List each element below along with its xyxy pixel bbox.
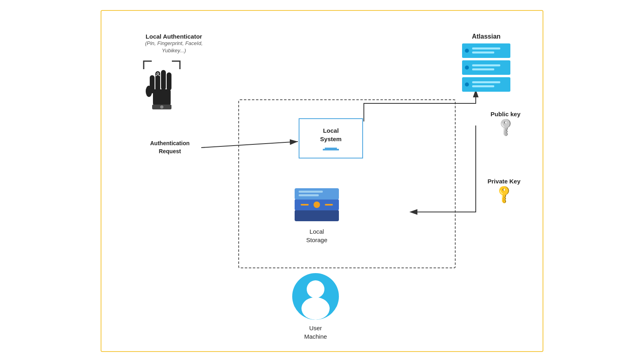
svg-point-10 (160, 105, 163, 109)
svg-point-33 (301, 297, 330, 320)
svg-rect-30 (472, 85, 494, 87)
private-key-area: Private Key 🔑 (487, 178, 520, 202)
svg-point-16 (314, 202, 320, 208)
local-storage-area: LocalStorage (293, 184, 341, 244)
svg-point-24 (465, 66, 469, 70)
svg-rect-13 (295, 188, 339, 200)
local-storage-label: LocalStorage (306, 227, 328, 244)
svg-rect-22 (472, 51, 494, 53)
svg-point-28 (465, 82, 469, 86)
public-key-area: Public key 🔑 (491, 111, 520, 134)
svg-rect-5 (155, 71, 160, 91)
monitor-base (323, 149, 339, 150)
local-system-box: LocalSystem (299, 118, 363, 158)
svg-rect-25 (472, 64, 500, 66)
private-key-icon: 🔑 (493, 183, 515, 205)
svg-rect-14 (299, 191, 323, 193)
svg-rect-26 (472, 68, 494, 70)
svg-rect-23 (462, 60, 510, 75)
svg-rect-7 (167, 72, 171, 90)
svg-rect-18 (325, 204, 333, 206)
svg-rect-19 (462, 43, 510, 58)
svg-rect-15 (299, 194, 319, 196)
atlassian-server-icon (462, 43, 510, 96)
diagram-container: Local Authenticator (Pin, Fingerprint, F… (101, 10, 543, 352)
atlassian-label: Atlassian (472, 33, 500, 40)
svg-rect-17 (301, 204, 309, 206)
public-key-icon: 🔑 (494, 115, 516, 138)
local-authenticator-label: Local Authenticator (Pin, Fingerprint, F… (134, 33, 214, 54)
local-storage-icon (293, 184, 341, 224)
fingerprint-icon (142, 59, 182, 111)
svg-point-20 (465, 49, 469, 53)
svg-point-8 (146, 86, 152, 97)
auth-request-label: AuthenticationRequest (142, 140, 198, 155)
svg-rect-11 (295, 210, 339, 221)
svg-rect-6 (161, 70, 166, 90)
monitor-stand (325, 145, 337, 149)
svg-rect-27 (462, 77, 510, 92)
atlassian-area: Atlassian (462, 33, 510, 96)
svg-point-32 (307, 280, 324, 298)
svg-rect-29 (472, 81, 500, 83)
svg-rect-21 (472, 47, 500, 49)
local-system-label: LocalSystem (320, 126, 341, 143)
user-machine-label: UserMachine (304, 324, 327, 341)
user-machine-area: UserMachine (291, 272, 340, 341)
user-machine-icon (291, 272, 340, 321)
svg-rect-3 (153, 89, 171, 105)
